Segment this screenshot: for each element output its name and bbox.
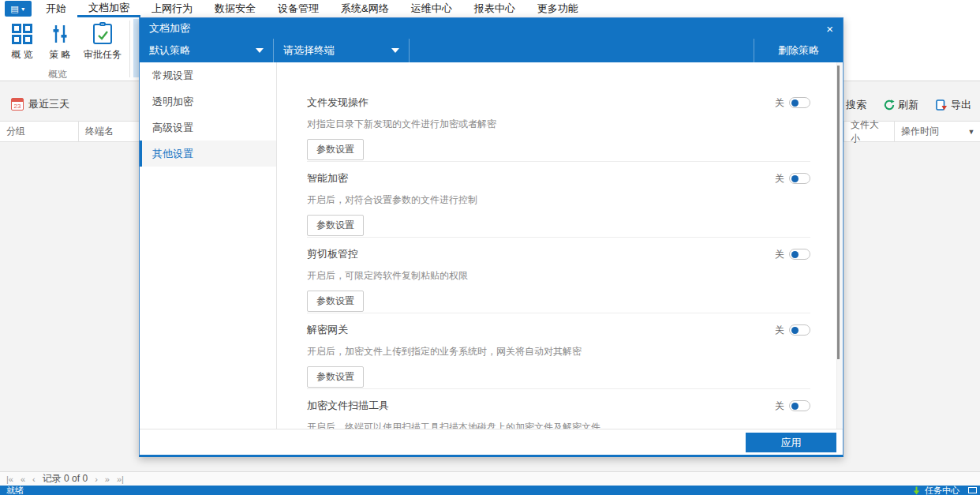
sidebar-item-general-settings[interactable]: 常规设置 — [140, 62, 276, 88]
ribbon-group-divider — [129, 21, 130, 77]
terminal-select-value: 请选择终端 — [283, 43, 335, 58]
tab-system-network[interactable]: 系统&网络 — [330, 0, 400, 17]
smart-encryption-toggle[interactable]: 关 — [775, 172, 810, 186]
page-last-button[interactable]: »| — [117, 474, 124, 484]
app-menu-button[interactable]: ▤ ▼ — [5, 1, 32, 17]
tab-ops-center[interactable]: 运维中心 — [400, 0, 463, 17]
ribbon-approval-label: 审批任务 — [84, 48, 122, 62]
column-filter-caret-icon[interactable]: ▼ — [963, 128, 980, 136]
document-encryption-dialog: 文档加密 × 默认策略 请选择终端 删除策略 常规设置 透明加密 高级设置 其他… — [139, 17, 843, 457]
toolbar-export-button[interactable]: 导出 — [932, 96, 975, 114]
date-filter-button[interactable]: 23 最近三天 — [11, 97, 69, 111]
toolbar-refresh-button[interactable]: 刷新 — [880, 96, 922, 114]
tab-document-encryption[interactable]: 文档加密 — [77, 0, 140, 17]
close-icon[interactable]: × — [826, 23, 833, 35]
status-ready-label: 就绪 — [6, 486, 24, 495]
ribbon-policy-button[interactable]: 策 略 — [41, 19, 79, 68]
section-description: 开启后，加密文件上传到指定的业务系统时，网关将自动对其解密 — [307, 345, 810, 358]
overview-grid-icon — [12, 24, 32, 44]
dialog-title: 文档加密 — [149, 21, 190, 36]
section-description: 对指定目录下新发现的文件进行加密或者解密 — [307, 118, 810, 131]
param-settings-button[interactable]: 参数设置 — [307, 366, 364, 388]
toggle-state-label: 关 — [775, 172, 784, 186]
clipboard-check-icon — [93, 24, 112, 44]
column-header-filesize[interactable]: 文件大小 — [844, 122, 895, 141]
dialog-settings-panel: 文件发现操作 关 对指定目录下新发现的文件进行加密或者解密 参数设置 智能加密 … — [277, 62, 843, 429]
section-title: 文件发现操作 — [307, 96, 368, 110]
dialog-footer: 应用 — [140, 429, 843, 455]
tab-more-features[interactable]: 更多功能 — [526, 0, 589, 17]
file-discovery-toggle[interactable]: 关 — [775, 96, 810, 110]
toggle-state-label: 关 — [775, 96, 784, 110]
section-clipboard-control: 剪切板管控 关 开启后，可限定跨软件复制粘贴的权限 参数设置 — [307, 238, 810, 313]
menu-tabs: 开始 文档加密 上网行为 数据安全 设备管理 系统&网络 运维中心 报表中心 更… — [35, 0, 589, 17]
page-first-button[interactable]: |« — [6, 474, 13, 484]
toggle-state-label: 关 — [775, 324, 784, 337]
column-header-group[interactable]: 分组 — [0, 122, 79, 141]
decryption-gateway-toggle[interactable]: 关 — [775, 324, 810, 337]
ribbon-overview-label: 概 览 — [11, 48, 32, 62]
ribbon-overview-button[interactable]: 概 览 — [3, 19, 41, 68]
toggle-switch-icon[interactable] — [789, 324, 810, 336]
toolbar-export-label: 导出 — [951, 98, 971, 112]
application-window: ▤ ▼ 开始 文档加密 上网行为 数据安全 设备管理 系统&网络 运维中心 报表… — [0, 0, 980, 495]
param-settings-button[interactable]: 参数设置 — [307, 291, 364, 312]
toggle-switch-icon[interactable] — [789, 249, 810, 260]
tab-internet-behavior[interactable]: 上网行为 — [140, 0, 204, 17]
ribbon-approval-tasks-button[interactable]: 审批任务 — [79, 19, 126, 68]
dialog-title-bar: 文档加密 × — [140, 18, 843, 39]
toggle-state-label: 关 — [775, 248, 784, 261]
column-header-optime[interactable]: 操作时间 — [895, 122, 963, 141]
chevron-down-icon — [391, 48, 399, 53]
section-description: 开启后，终端可以使用扫描工具扫描本地磁盘上的加密文件及解密文件。 — [307, 421, 810, 429]
toggle-switch-icon[interactable] — [789, 400, 810, 411]
chevron-down-icon: ▼ — [21, 6, 26, 12]
sidebar-item-transparent-encryption[interactable]: 透明加密 — [140, 88, 276, 114]
clipboard-control-toggle[interactable]: 关 — [775, 248, 810, 261]
date-filter-label: 最近三天 — [28, 97, 69, 111]
policy-select-value: 默认策略 — [149, 43, 190, 58]
dialog-scrollbar-thumb[interactable] — [837, 66, 840, 359]
apply-button[interactable]: 应用 — [746, 433, 836, 452]
section-title: 剪切板管控 — [307, 247, 358, 261]
tab-data-security[interactable]: 数据安全 — [204, 0, 267, 17]
dialog-select-row: 默认策略 请选择终端 删除策略 — [140, 39, 843, 62]
pagination-bar: |« « ‹ 记录 0 of 0 › » »| — [0, 471, 980, 486]
delete-policy-button[interactable]: 删除策略 — [754, 39, 843, 62]
page-next-button[interactable]: › — [95, 474, 98, 484]
page-prev-group-button[interactable]: « — [21, 474, 25, 484]
task-center-button[interactable]: 任务中心 — [925, 486, 959, 495]
sidebar-item-other-settings[interactable]: 其他设置 — [140, 141, 276, 167]
menu-bar: ▤ ▼ 开始 文档加密 上网行为 数据安全 设备管理 系统&网络 运维中心 报表… — [0, 0, 980, 17]
download-arrow-icon — [912, 486, 921, 495]
dialog-sidebar: 常规设置 透明加密 高级设置 其他设置 — [140, 62, 277, 429]
section-title: 解密网关 — [307, 323, 348, 337]
calendar-icon: 23 — [11, 98, 24, 111]
file-scanner-toggle[interactable]: 关 — [775, 399, 810, 413]
select-row-spacer — [410, 39, 754, 62]
policy-select-dropdown[interactable]: 默认策略 — [140, 39, 274, 62]
toolbar-refresh-label: 刷新 — [898, 98, 918, 112]
page-prev-button[interactable]: ‹ — [32, 474, 36, 484]
sidebar-item-advanced-settings[interactable]: 高级设置 — [140, 114, 276, 141]
tab-device-management[interactable]: 设备管理 — [267, 0, 330, 17]
monitor-icon[interactable] — [968, 487, 977, 493]
page-next-group-button[interactable]: » — [105, 474, 110, 484]
param-settings-button[interactable]: 参数设置 — [307, 215, 364, 236]
status-bar-right: 任务中心 — [912, 486, 977, 495]
toggle-switch-icon[interactable] — [789, 173, 810, 184]
tab-start[interactable]: 开始 — [35, 0, 77, 17]
tab-report-center[interactable]: 报表中心 — [463, 0, 526, 17]
toggle-state-label: 关 — [775, 399, 784, 413]
calendar-day-number: 23 — [12, 102, 23, 111]
ribbon-group-label: 概览 — [0, 68, 115, 81]
toggle-switch-icon[interactable] — [789, 97, 810, 108]
section-file-discovery: 文件发现操作 关 对指定目录下新发现的文件进行加密或者解密 参数设置 — [307, 86, 810, 162]
section-encrypted-file-scanner: 加密文件扫描工具 关 开启后，终端可以使用扫描工具扫描本地磁盘上的加密文件及解密… — [307, 389, 810, 429]
toolbar-search-label: 搜索 — [846, 98, 866, 112]
param-settings-button[interactable]: 参数设置 — [307, 139, 364, 160]
section-decryption-gateway: 解密网关 关 开启后，加密文件上传到指定的业务系统时，网关将自动对其解密 参数设… — [307, 313, 810, 389]
section-title: 智能加密 — [307, 171, 348, 186]
ribbon-policy-label: 策 略 — [49, 48, 70, 62]
terminal-select-dropdown[interactable]: 请选择终端 — [274, 39, 410, 62]
